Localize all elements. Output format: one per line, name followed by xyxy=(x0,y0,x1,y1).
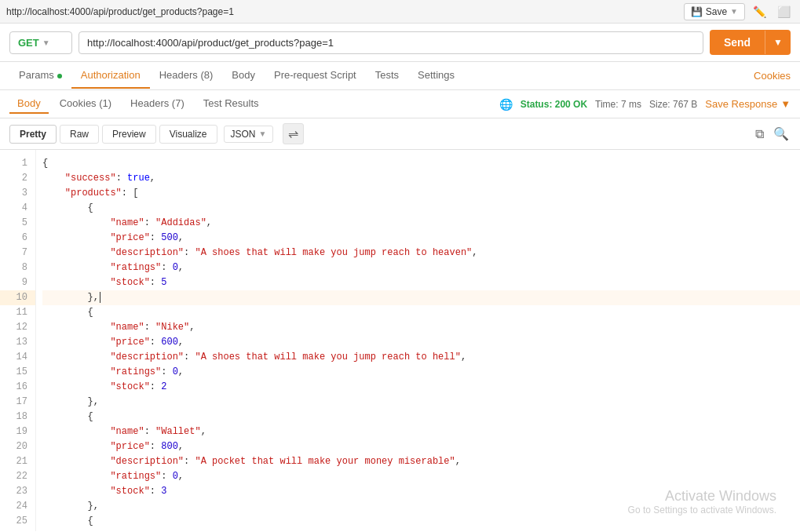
code-line: "ratings": 0, xyxy=(42,365,800,380)
send-arrow-icon: ▼ xyxy=(765,31,791,54)
json-format-select[interactable]: JSON ▼ xyxy=(224,126,274,143)
code-line: }, xyxy=(42,290,800,305)
line-number: 9 xyxy=(0,275,35,290)
preview-label: Preview xyxy=(112,129,146,140)
save-label: Save xyxy=(706,6,727,17)
time-info: Time: 7 ms xyxy=(595,99,641,110)
code-line: "name": "Addidas", xyxy=(42,216,800,231)
authorization-label: Authorization xyxy=(81,69,141,81)
raw-button[interactable]: Raw xyxy=(60,125,99,144)
save-button[interactable]: 💾 Save ▼ xyxy=(684,3,745,20)
send-label: Send xyxy=(710,30,765,55)
code-line: "stock": 2 xyxy=(42,380,800,395)
resp-headers-label: Headers (7) xyxy=(130,97,184,109)
resp-tab-cookies[interactable]: Cookies (1) xyxy=(52,94,119,114)
code-line: "stock": 3 xyxy=(42,484,800,499)
line-number: 11 xyxy=(0,305,35,320)
tab-pre-request[interactable]: Pre-request Script xyxy=(265,63,366,89)
pre-request-label: Pre-request Script xyxy=(274,69,356,81)
status-section: 🌐 Status: 200 OK Time: 7 ms Size: 767 B … xyxy=(499,98,791,111)
line-number: 13 xyxy=(0,335,35,350)
tab-body[interactable]: Body xyxy=(222,63,265,89)
tab-headers[interactable]: Headers (8) xyxy=(150,63,223,89)
visualize-button[interactable]: Visualize xyxy=(159,125,217,144)
send-button[interactable]: Send ▼ xyxy=(710,30,791,55)
code-line: "stock": 5 xyxy=(42,275,800,290)
raw-label: Raw xyxy=(70,129,89,140)
code-line: "ratings": 0, xyxy=(42,261,800,275)
edit-icon-button[interactable]: ✏️ xyxy=(750,2,769,21)
response-tabs-row: Body Cookies (1) Headers (7) Test Result… xyxy=(0,90,800,118)
save-response-button[interactable]: Save Response ▼ xyxy=(705,98,791,110)
code-line: "success": true, xyxy=(42,171,800,186)
line-number: 19 xyxy=(0,425,35,439)
request-tabs-row: Params Authorization Headers (8) Body Pr… xyxy=(0,62,800,90)
line-number: 22 xyxy=(0,469,35,484)
line-number: 3 xyxy=(0,186,35,201)
tab-params[interactable]: Params xyxy=(9,63,71,89)
toolbar-right: ⧉ 🔍 xyxy=(754,125,791,143)
code-line: "description": "A shoes that will make y… xyxy=(42,350,800,365)
copy-button[interactable]: ⧉ xyxy=(754,125,765,143)
line-number: 24 xyxy=(0,499,35,514)
cookies-link[interactable]: Cookies xyxy=(754,64,791,88)
line-number: 6 xyxy=(0,231,35,246)
resp-body-label: Body xyxy=(17,97,41,109)
tab-authorization[interactable]: Authorization xyxy=(71,63,150,89)
line-number: 18 xyxy=(0,410,35,425)
line-number: 23 xyxy=(0,484,35,499)
code-line: { xyxy=(42,514,800,529)
method-arrow-icon: ▼ xyxy=(42,38,50,47)
code-content[interactable]: { "success": true, "products": [ { "name… xyxy=(36,150,800,531)
preview-button[interactable]: Preview xyxy=(102,125,156,144)
pretty-label: Pretty xyxy=(20,129,46,140)
view-icon-button[interactable]: ⬜ xyxy=(774,2,794,21)
tab-tests[interactable]: Tests xyxy=(366,63,408,89)
tabs-right: Cookies xyxy=(754,70,791,82)
line-number: 2 xyxy=(0,171,35,186)
params-dot xyxy=(57,74,62,78)
code-line: "price": 800, xyxy=(42,439,800,454)
save-arrow-icon: ▼ xyxy=(730,7,738,16)
save-icon: 💾 xyxy=(691,6,703,17)
json-label: JSON xyxy=(231,129,256,140)
resp-tab-body[interactable]: Body xyxy=(9,94,49,114)
params-label: Params xyxy=(19,69,54,81)
code-line: "description": "A pocket that will make … xyxy=(42,454,800,469)
code-line: "name": "Hammer", xyxy=(42,529,800,531)
resp-tab-headers[interactable]: Headers (7) xyxy=(122,94,192,114)
search-button[interactable]: 🔍 xyxy=(772,125,791,143)
status-badge: Status: 200 OK xyxy=(521,99,587,110)
url-input[interactable] xyxy=(79,31,703,54)
size-info: Size: 767 B xyxy=(649,99,697,110)
line-number: 12 xyxy=(0,320,35,335)
code-line: { xyxy=(42,156,800,171)
method-select[interactable]: GET ▼ xyxy=(9,31,72,54)
code-line: "ratings": 0, xyxy=(42,469,800,484)
code-line: "name": "Wallet", xyxy=(42,425,800,439)
line-number: 10 xyxy=(0,290,35,305)
code-line: "description": "A shoes that will make y… xyxy=(42,246,800,261)
line-numbers: 1234567891011121314151617181920212223242… xyxy=(0,150,36,531)
code-line: { xyxy=(42,410,800,425)
headers-label: Headers (8) xyxy=(159,69,214,81)
line-number: 21 xyxy=(0,454,35,469)
body-label: Body xyxy=(232,69,255,81)
request-bar: GET ▼ Send ▼ xyxy=(0,24,800,62)
pretty-button[interactable]: Pretty xyxy=(9,125,57,144)
line-number: 20 xyxy=(0,439,35,454)
resp-cookies-label: Cookies (1) xyxy=(60,97,111,109)
method-label: GET xyxy=(18,37,39,49)
line-number: 16 xyxy=(0,380,35,395)
save-response-arrow-icon: ▼ xyxy=(780,98,791,110)
code-line: "price": 600, xyxy=(42,335,800,350)
code-area: 1234567891011121314151617181920212223242… xyxy=(0,150,800,531)
code-line: }, xyxy=(42,499,800,514)
code-line: "products": [ xyxy=(42,186,800,201)
tab-settings[interactable]: Settings xyxy=(408,63,464,89)
save-response-label: Save Response xyxy=(705,98,777,110)
line-number: 1 xyxy=(0,156,35,171)
wrap-button[interactable]: ⇌ xyxy=(283,123,304,144)
resp-tab-test-results[interactable]: Test Results xyxy=(195,94,267,114)
top-bar: http://localhost:4000/api/product/get_pr… xyxy=(0,0,800,24)
